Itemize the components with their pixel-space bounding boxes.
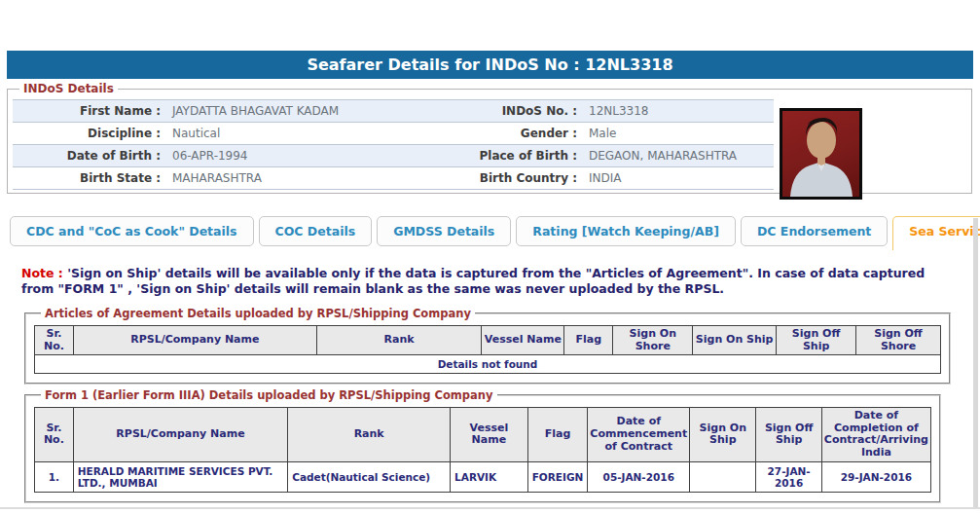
field-value: Nautical — [166, 123, 458, 145]
empty-result-row: Details not found — [35, 355, 941, 374]
content-pane-right-border — [973, 218, 978, 508]
col-rpsl-company: RPSL/Company Name — [73, 326, 316, 355]
field-value: DEGAON, MAHARASHTRA — [583, 145, 774, 167]
sign-on-ship-note: Note : 'Sign on Ship' details will be av… — [21, 266, 944, 297]
field-label: Place of Birth : — [458, 145, 583, 167]
field-label: First Name : — [13, 100, 166, 123]
tab-gmdss-details[interactable]: GMDSS Details — [377, 216, 511, 246]
table-header-row: Sr. No. RPSL/Company Name Rank Vessel Na… — [35, 326, 941, 355]
page-title: Seafarer Details for INDoS No : 12NL3318 — [7, 51, 973, 79]
field-value: JAYDATTA BHAGAVAT KADAM — [166, 100, 458, 123]
col-sr-no: Sr. No. — [35, 408, 74, 462]
cell-date-commencement: 05-JAN-2016 — [588, 461, 690, 492]
col-sign-on-ship: Sign On Ship — [693, 326, 777, 355]
field-value: INDIA — [583, 167, 774, 190]
field-value: Male — [583, 123, 774, 145]
indos-details-table: First Name : JAYDATTA BHAGAVAT KADAM IND… — [13, 99, 774, 190]
tab-sea-service-details[interactable]: Sea Service Details — [892, 216, 980, 250]
cell-sr-no: 1. — [35, 461, 74, 492]
articles-legend: Articles of Agreement Details uploaded b… — [41, 307, 475, 320]
col-date-completion: Date of Completion of Contract/Arriving … — [821, 408, 930, 462]
field-label: Birth State : — [13, 167, 166, 190]
col-sign-on-shore: Sign On Shore — [613, 326, 693, 355]
col-sign-on-ship: Sign On Ship — [690, 408, 756, 462]
info-row: Date of Birth : 06-APR-1994 Place of Bir… — [13, 145, 774, 167]
cell-sign-off-ship: 27-JAN-2016 — [756, 461, 821, 492]
form1-section: Form 1 (Earlier Form IIIA) Details uploa… — [24, 388, 941, 503]
field-value: 12NL3318 — [583, 100, 774, 123]
content-pane-bottom-border — [0, 507, 980, 509]
articles-of-agreement-section: Articles of Agreement Details uploaded b… — [24, 307, 951, 385]
col-date-commencement: Date of Commencement of Contract — [588, 408, 690, 462]
col-rank: Rank — [288, 408, 451, 462]
col-sign-off-ship: Sign Off Ship — [777, 326, 856, 355]
detail-tabs: CDC and "CoC as Cook" Details COC Detail… — [10, 216, 980, 250]
col-sign-off-ship: Sign Off Ship — [756, 408, 821, 462]
indos-details-legend: INDoS Details — [19, 82, 118, 95]
articles-table: Sr. No. RPSL/Company Name Rank Vessel Na… — [34, 325, 941, 374]
cell-rank: Cadet(Nautical Science) — [288, 461, 451, 492]
col-vessel-name: Vessel Name — [482, 326, 564, 355]
form1-table: Sr. No. RPSL/Company Name Rank Vessel Na… — [34, 407, 931, 493]
table-header-row: Sr. No. RPSL/Company Name Rank Vessel Na… — [35, 408, 931, 462]
tab-dc-endorsement[interactable]: DC Endorsement — [741, 216, 888, 246]
info-row: First Name : JAYDATTA BHAGAVAT KADAM IND… — [13, 100, 774, 123]
seafarer-details-page: Seafarer Details for INDoS No : 12NL3318… — [0, 0, 980, 514]
col-rpsl-company: RPSL/Company Name — [73, 408, 287, 462]
field-label: INDoS No. : — [458, 100, 583, 123]
col-vessel-name: Vessel Name — [451, 408, 528, 462]
info-row: Discipline : Nautical Gender : Male — [13, 123, 774, 145]
tab-cdc-coc-cook-details[interactable]: CDC and "CoC as Cook" Details — [10, 216, 254, 246]
note-prefix: Note : — [21, 266, 63, 280]
field-value: MAHARASHTRA — [166, 167, 458, 190]
col-rank: Rank — [316, 326, 482, 355]
field-value: 06-APR-1994 — [166, 145, 458, 167]
field-label: Gender : — [458, 123, 583, 145]
seafarer-photo — [780, 108, 862, 200]
col-sr-no: Sr. No. — [35, 326, 74, 355]
table-row: 1. HERALD MARITIME SERVICES PVT. LTD., M… — [35, 461, 931, 492]
cell-sign-on-ship — [690, 461, 756, 492]
indos-details-section: INDoS Details First Name : JAYDATTA BHAG… — [7, 82, 972, 194]
field-label: Discipline : — [13, 123, 166, 145]
info-row: Birth State : MAHARASHTRA Birth Country … — [13, 167, 774, 190]
cell-date-completion: 29-JAN-2016 — [821, 461, 930, 492]
col-flag: Flag — [564, 326, 613, 355]
person-silhouette-icon — [782, 111, 859, 197]
cell-rpsl-company: HERALD MARITIME SERVICES PVT. LTD., MUMB… — [73, 461, 287, 492]
details-not-found-message: Details not found — [35, 355, 941, 374]
form1-legend: Form 1 (Earlier Form IIIA) Details uploa… — [41, 388, 497, 402]
cell-flag: FOREIGN — [527, 461, 588, 492]
col-flag: Flag — [527, 408, 588, 462]
col-sign-off-shore: Sign Off Shore — [856, 326, 941, 355]
field-label: Date of Birth : — [13, 145, 166, 167]
cell-vessel-name: LARVIK — [451, 461, 528, 492]
field-label: Birth Country : — [458, 167, 583, 190]
note-text: 'Sign on Ship' details will be available… — [21, 266, 925, 296]
tab-coc-details[interactable]: COC Details — [259, 216, 373, 246]
tab-rating-watch-keeping[interactable]: Rating [Watch Keeping/AB] — [516, 216, 736, 246]
